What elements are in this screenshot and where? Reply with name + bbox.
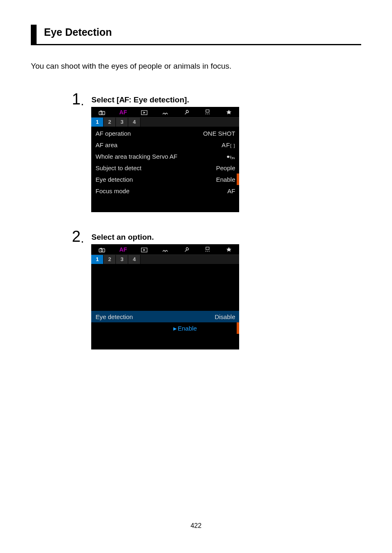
svg-marker-4: [143, 111, 145, 113]
step-2-title: Select an option.: [91, 233, 361, 242]
option-enable[interactable]: ▸Enable: [91, 322, 239, 334]
star-icon: [226, 247, 232, 252]
svg-rect-12: [100, 248, 102, 249]
svg-point-1: [101, 112, 103, 113]
tab-mymenu[interactable]: [218, 246, 239, 252]
svg-point-8: [209, 113, 210, 114]
tab-camera[interactable]: [91, 109, 112, 115]
sub-tab-bar-2: 1 2 3 4: [91, 255, 239, 264]
tab-playback[interactable]: [134, 109, 154, 115]
tab-setup[interactable]: [176, 109, 197, 115]
step-1-title: Select [AF: Eye detection].: [91, 95, 361, 104]
step-number: 1.: [72, 91, 84, 107]
play-icon: [141, 248, 148, 252]
svg-point-11: [101, 249, 103, 251]
subtab-4[interactable]: 4: [128, 255, 141, 264]
spacer: [91, 276, 239, 288]
tab-network[interactable]: [155, 109, 176, 115]
selection-marker-icon: ▸: [173, 325, 177, 331]
tab-network[interactable]: [155, 246, 176, 252]
spacer: [91, 197, 239, 208]
camera-icon: [99, 248, 105, 252]
tab-custom[interactable]: [197, 109, 218, 115]
row-whole-area-tracking[interactable]: Whole area tracking Servo AF ●≡ON: [91, 150, 239, 162]
spacer: [91, 334, 239, 345]
camera-menu-screenshot-2: AF: [91, 244, 239, 349]
sub-tab-bar: 1 2 3 4: [91, 118, 239, 127]
network-icon: [162, 248, 168, 252]
svg-rect-15: [206, 247, 209, 250]
af-glyph: AF: [119, 95, 129, 104]
row-eye-detection-2[interactable]: Eye detection Disable: [91, 311, 239, 322]
spacer: [91, 299, 239, 311]
step-2: 2. Select an option. AF: [72, 229, 361, 349]
row-focus-mode[interactable]: Focus mode AF: [91, 185, 239, 197]
subtab-4[interactable]: 4: [128, 118, 141, 127]
star-icon: [226, 109, 232, 115]
tab-playback[interactable]: [134, 246, 154, 252]
subtab-3[interactable]: 3: [116, 255, 128, 264]
subtab-1[interactable]: 1: [91, 118, 104, 127]
wrench-icon: [184, 247, 189, 252]
page-heading: Eye Detection: [31, 25, 361, 45]
row-af-operation[interactable]: AF operation ONE SHOT: [91, 127, 239, 139]
svg-point-16: [205, 251, 206, 252]
subtab-2[interactable]: 2: [104, 255, 116, 264]
custom-icon: [204, 109, 211, 115]
row-eye-detection[interactable]: Eye detection Enable: [91, 174, 239, 185]
svg-marker-14: [143, 249, 145, 251]
svg-marker-19: [226, 247, 231, 252]
tab-af[interactable]: AF: [113, 109, 134, 115]
svg-rect-2: [100, 111, 102, 112]
play-icon: [141, 110, 148, 115]
step-number: 2.: [72, 229, 84, 244]
row-af-area[interactable]: AF area AF[ ]: [91, 139, 239, 150]
page-title: Eye Detection: [44, 26, 361, 38]
svg-rect-5: [206, 110, 209, 112]
intro-text: You can shoot with the eyes of people or…: [31, 62, 361, 71]
tab-camera[interactable]: [91, 246, 112, 252]
wrench-icon: [184, 109, 189, 115]
tab-mymenu[interactable]: [218, 109, 239, 115]
custom-icon: [204, 247, 211, 252]
af-area-value: AF[ ]: [221, 142, 235, 148]
svg-point-18: [209, 251, 210, 252]
spacer: [91, 265, 239, 276]
subtab-2[interactable]: 2: [104, 118, 116, 127]
row-subject-detect[interactable]: Subject to detect People: [91, 162, 239, 174]
page-number: 422: [31, 522, 361, 530]
top-tab-bar: AF: [91, 107, 239, 118]
svg-marker-9: [226, 110, 231, 114]
svg-point-17: [207, 251, 208, 252]
svg-point-7: [207, 113, 208, 114]
top-tab-bar-2: AF: [91, 244, 239, 255]
network-icon: [162, 110, 168, 115]
tab-setup[interactable]: [176, 246, 197, 252]
camera-menu-screenshot-1: AF: [91, 107, 239, 212]
servo-on-icon: ●≡ON: [226, 154, 235, 159]
subtab-3[interactable]: 3: [116, 118, 128, 127]
camera-icon: [99, 110, 105, 115]
subtab-1[interactable]: 1: [91, 255, 104, 264]
svg-point-6: [205, 113, 206, 114]
tab-af[interactable]: AF: [113, 247, 134, 252]
spacer: [91, 288, 239, 299]
tab-custom[interactable]: [197, 246, 218, 252]
step-1: 1. Select [AF: Eye detection]. AF: [72, 91, 361, 212]
